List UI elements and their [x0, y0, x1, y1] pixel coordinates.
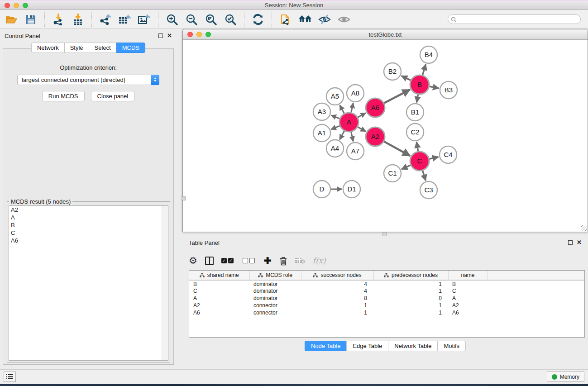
table-cell[interactable]: B [189, 280, 249, 287]
graph-node-C[interactable]: C [410, 152, 429, 171]
mcds-result-list[interactable]: A2ABCA6 [9, 205, 168, 361]
new-network-from-selection-icon[interactable] [278, 12, 293, 27]
window-resize-grip[interactable] [581, 225, 587, 231]
table-row[interactable]: A2connector11A2 [189, 302, 584, 309]
mcds-result-item[interactable]: C [9, 229, 168, 237]
mcds-result-item[interactable]: A [9, 214, 168, 221]
criterion-dropdown[interactable]: largest connected component (directed) ▲… [17, 75, 159, 85]
table-cell[interactable]: C [448, 287, 488, 295]
table-cell[interactable] [488, 309, 584, 316]
table-row[interactable]: Bdominator41B [189, 280, 584, 287]
graph-edge[interactable] [340, 105, 344, 113]
add-column-icon[interactable]: ✚ [264, 255, 272, 266]
graph-edge[interactable] [339, 131, 344, 139]
graph-edge[interactable] [384, 90, 410, 103]
graph-node-B1[interactable]: B1 [406, 104, 424, 121]
table-cell[interactable]: 4 [301, 280, 373, 287]
graph-node-B2[interactable]: B2 [384, 63, 401, 80]
export-network-icon[interactable] [98, 12, 113, 27]
graph-node-A[interactable]: A [339, 113, 359, 132]
graph-edge[interactable] [422, 64, 425, 75]
graph-node-C1[interactable]: C1 [384, 165, 401, 182]
table-cell[interactable]: A2 [448, 302, 488, 309]
close-table-panel-icon[interactable]: ✕ [577, 240, 582, 245]
graph-node-A8[interactable]: A8 [347, 85, 364, 102]
graph-node-D1[interactable]: D1 [343, 181, 360, 198]
float-panel-icon[interactable] [158, 33, 163, 38]
graph-edge[interactable] [331, 126, 339, 129]
column-header-mcds-role[interactable]: MCDS role [249, 271, 301, 280]
zoom-selected-icon[interactable] [223, 12, 238, 27]
table-row[interactable]: Adominator80A [189, 295, 584, 302]
graph-edge[interactable] [351, 103, 354, 112]
open-file-icon[interactable] [4, 12, 19, 27]
table-cell[interactable]: A6 [189, 309, 249, 316]
import-table-icon[interactable] [70, 12, 86, 27]
table-cell[interactable]: A2 [189, 302, 249, 309]
table-row[interactable]: Cdominator41C [189, 287, 584, 295]
run-mcds-button[interactable]: Run MCDS [42, 91, 85, 101]
mcds-list-scrollbar[interactable] [162, 206, 168, 360]
table-cell[interactable]: 1 [373, 280, 448, 287]
zoom-fit-icon[interactable] [203, 12, 219, 27]
graph-node-C2[interactable]: C2 [406, 124, 424, 141]
zoom-out-icon[interactable] [184, 12, 199, 27]
table-cell[interactable]: connector [249, 302, 301, 309]
graph-node-A5[interactable]: A5 [326, 88, 344, 105]
graph-node-A3[interactable]: A3 [313, 103, 330, 120]
export-table-icon[interactable] [117, 12, 133, 27]
graph-node-B4[interactable]: B4 [420, 46, 437, 63]
mcds-result-item[interactable]: A6 [9, 237, 168, 244]
graph-node-B3[interactable]: B3 [440, 81, 457, 99]
table-cell[interactable]: A [448, 295, 488, 302]
graph-edge[interactable] [331, 115, 340, 119]
table-cell[interactable] [488, 287, 584, 295]
select-all-columns-icon[interactable]: ✓✓ [221, 258, 235, 263]
zoom-in-icon[interactable] [164, 12, 180, 27]
table-cell[interactable]: 1 [373, 287, 448, 295]
table-cell[interactable]: B [448, 280, 488, 287]
search-input[interactable] [448, 14, 581, 24]
table-row[interactable]: A6connector11A6 [189, 309, 584, 316]
graph-node-D[interactable]: D [313, 181, 330, 198]
table-cell[interactable]: dominator [249, 280, 301, 287]
show-task-history-button[interactable] [4, 372, 16, 382]
table-options-gear-icon[interactable]: ⚙ [189, 256, 197, 265]
table-cell[interactable]: C [189, 287, 249, 295]
tab-select[interactable]: Select [89, 43, 116, 53]
graph-node-A2[interactable]: A2 [366, 127, 385, 146]
graph-node-B[interactable]: B [410, 75, 429, 94]
tab-edge-table[interactable]: Edge Table [346, 341, 388, 351]
graph-node-A1[interactable]: A1 [313, 124, 330, 142]
graph-edge[interactable] [430, 86, 439, 88]
table-cell[interactable]: dominator [249, 287, 301, 295]
network-window-titlebar[interactable]: testGlobe.txt [183, 29, 588, 40]
graph-edge[interactable] [402, 76, 411, 81]
table-cell[interactable]: dominator [249, 295, 301, 302]
float-table-panel-icon[interactable] [568, 240, 573, 245]
table-cell[interactable]: A [189, 295, 249, 302]
graph-edge[interactable] [384, 142, 410, 156]
export-image-icon[interactable] [137, 12, 152, 27]
graph-edge[interactable] [358, 113, 366, 118]
unselect-all-columns-icon[interactable] [243, 258, 256, 263]
horizontal-split-handle[interactable] [382, 232, 387, 236]
tab-mcds[interactable]: MCDS [116, 43, 145, 53]
close-panel-icon[interactable]: ✕ [167, 33, 172, 38]
hide-selected-icon[interactable] [317, 12, 332, 27]
refresh-icon[interactable] [250, 12, 266, 27]
table-cell[interactable]: A6 [448, 309, 488, 316]
table-cell[interactable] [488, 302, 584, 309]
table-cell[interactable]: 8 [301, 295, 373, 302]
column-header-name[interactable]: name [448, 271, 488, 280]
mcds-result-item[interactable]: A2 [9, 206, 168, 214]
table-cell[interactable]: connector [249, 309, 301, 316]
save-session-icon[interactable] [23, 12, 38, 27]
tab-style[interactable]: Style [64, 43, 89, 53]
memory-button[interactable]: Memory [547, 372, 584, 382]
graph-node-A4[interactable]: A4 [326, 140, 344, 157]
graph-edge[interactable] [358, 127, 366, 132]
table-cell[interactable] [488, 295, 584, 302]
close-panel-button[interactable]: Close panel [91, 91, 135, 101]
column-panel-icon[interactable] [205, 257, 214, 265]
